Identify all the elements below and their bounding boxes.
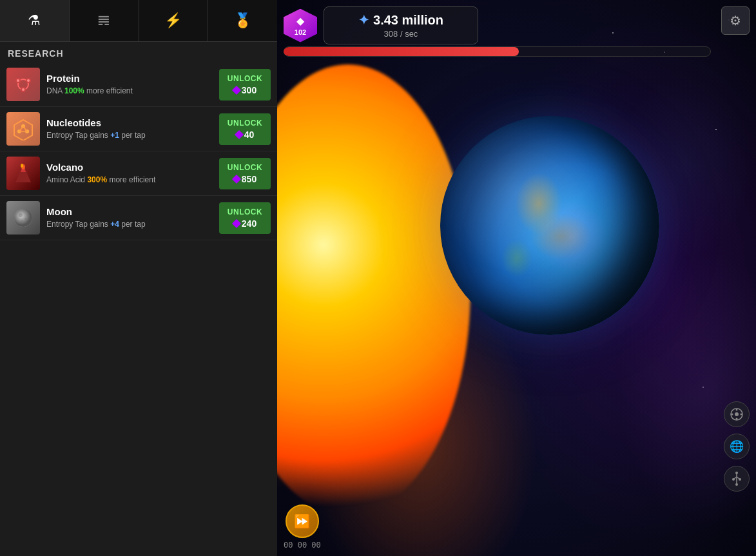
right-icons: 🌐: [724, 401, 750, 492]
unlock-btn-protein[interactable]: UNLOCK 300: [219, 69, 271, 101]
cost-icon-volcano: [232, 174, 241, 183]
resource-main: ✦ 3.43 million: [337, 12, 465, 28]
svg-point-21: [24, 218, 27, 220]
svg-line-11: [19, 126, 23, 131]
hex-icon: ◆: [296, 15, 304, 27]
gear-icon: ⚙: [730, 13, 741, 28]
svg-point-34: [739, 478, 741, 481]
research-desc-volcano: Amino Acid 300% more efficient: [46, 175, 213, 186]
research-info-nucleotides: Nucleotides Entropy Tap gains +1 per tap: [46, 117, 213, 141]
globe-icon: 🌐: [730, 439, 744, 454]
fast-forward-button[interactable]: ⏩: [286, 504, 319, 538]
research-info-protein: Protein DNA 100% more efficient: [46, 73, 213, 97]
cost-icon-protein: [232, 85, 241, 94]
research-name-nucleotides: Nucleotides: [46, 117, 213, 128]
bottom-bar: ⏩ 00 00 00: [284, 504, 321, 550]
svg-point-28: [741, 414, 742, 416]
svg-point-20: [19, 213, 23, 217]
research-thumb-moon: [6, 201, 40, 235]
star: [715, 129, 717, 130]
progress-bar-container: [277, 46, 717, 57]
research-thumb-nucleotides: [6, 112, 40, 146]
cost-icon-moon: [232, 218, 241, 227]
research-thumb-volcano: [6, 157, 40, 190]
hex-currency: ◆ 102: [284, 9, 317, 43]
research-item-protein[interactable]: Protein DNA 100% more efficient UNLOCK 3…: [0, 62, 277, 107]
globe-icon-btn[interactable]: 🌐: [724, 434, 750, 459]
progress-bar-bg: [284, 46, 711, 57]
research-name-volcano: Volcano: [46, 162, 213, 173]
svg-point-24: [735, 412, 739, 416]
research-tab[interactable]: ⚗: [0, 0, 70, 41]
svg-point-22: [21, 220, 23, 222]
resource-amount: 3.43 million: [373, 13, 443, 28]
cost-icon-nucleotides: [235, 129, 244, 139]
resource-crystal-icon: ✦: [358, 12, 369, 28]
currency-badge[interactable]: ◆ 102: [284, 9, 317, 43]
research-desc-protein: DNA 100% more efficient: [46, 86, 213, 97]
research-info-moon: Moon Entropy Tap gains +4 per tap: [46, 206, 213, 230]
research-info-volcano: Volcano Amino Acid 300% more efficient: [46, 162, 213, 186]
research-header: RESEARCH: [0, 42, 277, 62]
research-desc-moon: Entropy Tap gains +4 per tap: [46, 219, 213, 230]
svg-line-12: [23, 126, 27, 131]
svg-point-5: [27, 79, 30, 82]
unlock-btn-volcano[interactable]: UNLOCK 850: [219, 158, 271, 189]
tree-icon-btn[interactable]: [724, 466, 750, 492]
star: [703, 387, 704, 388]
svg-marker-7: [14, 120, 32, 140]
progress-dot: [284, 48, 291, 55]
research-desc-nucleotides: Entropy Tap gains +1 per tap: [46, 130, 213, 141]
research-thumb-protein: [6, 68, 40, 101]
energy-tab[interactable]: ⚡: [139, 0, 209, 41]
cells-icon-btn[interactable]: [724, 401, 750, 427]
research-item-nucleotides[interactable]: Nucleotides Entropy Tap gains +1 per tap…: [0, 107, 277, 151]
settings-button[interactable]: ⚙: [721, 6, 750, 35]
svg-point-17: [21, 164, 23, 168]
research-name-protein: Protein: [46, 73, 213, 84]
left-panel: ⚗ 𝌇 ⚡ 🏅 RESEARCH: [0, 0, 277, 556]
dna-tab[interactable]: 𝌇: [70, 0, 139, 41]
energy-icon: ⚡: [164, 12, 182, 29]
svg-point-33: [732, 478, 735, 481]
game-view[interactable]: ◆ 102 ✦ 3.43 million 308 / sec ⚙: [277, 0, 756, 556]
resource-rate: 308 / sec: [337, 29, 465, 39]
ff-icon: ⏩: [294, 513, 310, 529]
svg-point-25: [736, 409, 738, 411]
svg-point-4: [17, 79, 19, 82]
svg-point-35: [735, 483, 738, 486]
timer-display: 00 00 00: [284, 541, 321, 550]
svg-point-6: [22, 88, 24, 91]
nav-tabs: ⚗ 𝌇 ⚡ 🏅: [0, 0, 277, 42]
top-hud: ◆ 102 ✦ 3.43 million 308 / sec: [277, 6, 756, 44]
achievements-tab[interactable]: 🏅: [208, 0, 277, 41]
research-item-moon[interactable]: Moon Entropy Tap gains +4 per tap UNLOCK…: [0, 196, 277, 240]
svg-point-32: [735, 472, 738, 474]
svg-point-26: [736, 418, 738, 420]
resource-display: ✦ 3.43 million 308 / sec: [324, 6, 478, 44]
unlock-btn-nucleotides[interactable]: UNLOCK 40: [219, 113, 271, 145]
svg-point-27: [732, 414, 733, 416]
research-list: Protein DNA 100% more efficient UNLOCK 3…: [0, 62, 277, 556]
currency-count: 102: [295, 28, 306, 36]
research-item-volcano[interactable]: Volcano Amino Acid 300% more efficient U…: [0, 151, 277, 196]
research-name-moon: Moon: [46, 206, 213, 217]
progress-bar-fill: [284, 47, 519, 56]
dna-icon: 𝌇: [97, 12, 110, 29]
research-icon: ⚗: [28, 12, 41, 29]
svg-point-19: [14, 209, 32, 227]
earth[interactable]: [440, 116, 659, 335]
unlock-btn-moon[interactable]: UNLOCK 240: [219, 202, 271, 234]
achievements-icon: 🏅: [234, 12, 251, 29]
